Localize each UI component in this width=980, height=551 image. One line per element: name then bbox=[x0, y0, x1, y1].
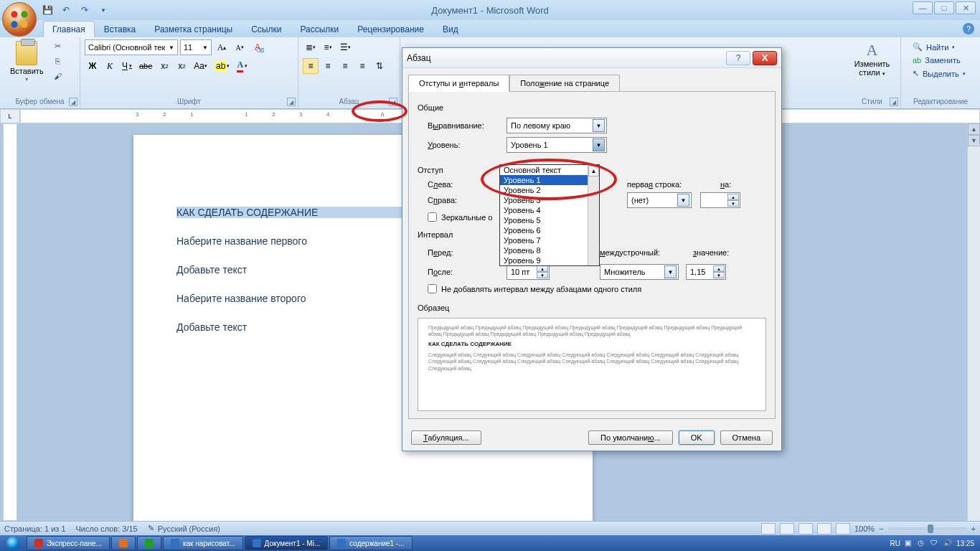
vertical-scrollbar[interactable]: ▲ ▼ bbox=[967, 123, 980, 521]
taskbar-item[interactable] bbox=[111, 536, 136, 550]
level-dropdown-list[interactable]: Основной текстУровень 1Уровень 2Уровень … bbox=[499, 164, 600, 266]
select-button[interactable]: ↖Выделить▾ bbox=[910, 67, 971, 80]
format-painter-icon[interactable]: 🖌 bbox=[51, 70, 65, 83]
taskbar-item[interactable] bbox=[137, 536, 161, 550]
grow-font-icon[interactable]: A▴ bbox=[214, 39, 230, 55]
alignment-combo[interactable]: По левому краю▼ bbox=[507, 118, 607, 133]
dialog-help-button[interactable]: ? bbox=[726, 51, 750, 65]
italic-button[interactable]: К bbox=[102, 58, 118, 74]
web-layout-view[interactable] bbox=[798, 523, 813, 534]
first-line-by-spin[interactable]: ▲▼ bbox=[700, 192, 740, 208]
highlight-button[interactable]: ab▾ bbox=[212, 58, 232, 74]
scroll-up-icon[interactable]: ▲ bbox=[968, 123, 980, 135]
tab-selector[interactable]: L bbox=[0, 109, 20, 123]
clock[interactable]: 13:25 bbox=[956, 540, 974, 547]
redo-icon[interactable]: ↷ bbox=[77, 3, 92, 17]
tabs-button[interactable]: Табуляция... bbox=[411, 430, 481, 445]
maximize-button[interactable]: □ bbox=[934, 1, 954, 14]
cancel-button[interactable]: Отмена bbox=[720, 430, 773, 445]
save-icon[interactable]: 💾 bbox=[40, 3, 55, 17]
full-screen-view[interactable] bbox=[780, 523, 794, 534]
start-button[interactable] bbox=[0, 535, 26, 551]
level-option[interactable]: Основной текст bbox=[500, 165, 599, 175]
qat-customize-icon[interactable]: ▼ bbox=[96, 3, 110, 17]
align-justify-button[interactable]: ≡ bbox=[354, 58, 370, 74]
line-spacing-button[interactable]: ⇅ bbox=[372, 58, 387, 74]
taskbar-item[interactable]: как нарисоват... bbox=[163, 536, 243, 550]
ok-button[interactable]: OK bbox=[679, 430, 715, 445]
change-styles-button[interactable]: A Изменить стили ▾ bbox=[848, 39, 896, 78]
taskbar-item[interactable]: Экспресс-пане... bbox=[27, 536, 110, 550]
copy-icon[interactable]: ⎘ bbox=[51, 55, 65, 67]
level-option[interactable]: Уровень 7 bbox=[500, 235, 599, 245]
office-button[interactable] bbox=[2, 2, 37, 37]
strike-button[interactable]: abe bbox=[136, 58, 155, 74]
bullets-button[interactable]: ≣▾ bbox=[303, 39, 319, 55]
tab-layout[interactable]: Разметка страницы bbox=[145, 21, 242, 37]
shrink-font-icon[interactable]: A▾ bbox=[232, 39, 248, 55]
close-button[interactable]: ✕ bbox=[956, 1, 976, 14]
tab-mailings[interactable]: Рассылки bbox=[291, 21, 348, 37]
dialog-titlebar[interactable]: Абзац ? X bbox=[402, 48, 781, 68]
tab-view[interactable]: Вид bbox=[433, 21, 468, 37]
align-left-button[interactable]: ≡ bbox=[303, 58, 319, 74]
level-option[interactable]: Уровень 3 bbox=[500, 195, 599, 205]
change-case-button[interactable]: Aa▾ bbox=[191, 58, 210, 74]
level-option[interactable]: Уровень 9 bbox=[500, 255, 599, 265]
outline-view[interactable] bbox=[817, 523, 831, 534]
print-layout-view[interactable] bbox=[761, 523, 776, 534]
align-center-button[interactable]: ≡ bbox=[320, 58, 336, 74]
language-indicator[interactable]: ✎Русский (Россия) bbox=[148, 524, 220, 533]
level-option[interactable]: Уровень 6 bbox=[500, 225, 599, 235]
minimize-button[interactable]: — bbox=[913, 1, 933, 14]
font-launcher[interactable]: ◢ bbox=[287, 98, 296, 106]
underline-button[interactable]: Ч▾ bbox=[119, 58, 135, 74]
multilevel-button[interactable]: ☰▾ bbox=[337, 39, 354, 55]
level-option[interactable]: Уровень 2 bbox=[500, 185, 599, 195]
volume-icon[interactable]: 🔊 bbox=[943, 539, 952, 547]
default-button[interactable]: По умолчанию... bbox=[588, 430, 673, 445]
zoom-slider[interactable] bbox=[888, 527, 967, 530]
level-option[interactable]: Уровень 4 bbox=[500, 205, 599, 215]
subscript-button[interactable]: x2 bbox=[156, 58, 172, 74]
scroll-up-icon[interactable]: ▲ bbox=[588, 165, 599, 176]
help-icon[interactable]: ? bbox=[963, 23, 974, 34]
word-count[interactable]: Число слов: 3/15 bbox=[76, 524, 138, 533]
dialog-tab-position[interactable]: Положение на странице bbox=[509, 75, 620, 92]
scroll-down-icon[interactable]: ▼ bbox=[968, 135, 980, 146]
page-indicator[interactable]: Страница: 1 из 1 bbox=[4, 524, 66, 533]
font-name-combo[interactable]: Calibri (Основной тек▼ bbox=[85, 39, 178, 55]
undo-icon[interactable]: ↶ bbox=[59, 3, 73, 17]
tray-icon[interactable]: 🛡 bbox=[930, 539, 939, 547]
zoom-percent[interactable]: 100% bbox=[854, 524, 875, 533]
numbering-button[interactable]: ≡▾ bbox=[320, 39, 336, 55]
clipboard-launcher[interactable]: ◢ bbox=[69, 98, 77, 106]
superscript-button[interactable]: x2 bbox=[174, 58, 189, 74]
font-color-button[interactable]: A▾ bbox=[234, 58, 250, 74]
draft-view[interactable] bbox=[836, 523, 850, 534]
tab-home[interactable]: Главная bbox=[43, 21, 95, 37]
tray-icon[interactable]: ▣ bbox=[905, 539, 913, 547]
tab-review[interactable]: Рецензирование bbox=[348, 21, 433, 37]
vertical-ruler[interactable] bbox=[3, 123, 17, 521]
replace-button[interactable]: abЗаменить bbox=[910, 55, 971, 66]
taskbar-item[interactable]: содержание1 -... bbox=[329, 536, 412, 550]
dialog-close-button[interactable]: X bbox=[753, 51, 777, 65]
paste-button[interactable]: Вставить ▼ bbox=[4, 39, 50, 83]
align-right-button[interactable]: ≡ bbox=[337, 58, 353, 74]
no-space-checkbox[interactable]: Не добавлять интервал между абзацами одн… bbox=[428, 284, 766, 293]
line-spacing-combo[interactable]: Множитель▼ bbox=[600, 264, 679, 280]
find-button[interactable]: 🔍Найти▾ bbox=[910, 41, 971, 53]
after-spin[interactable]: 10 пт▲▼ bbox=[507, 264, 550, 280]
level-combo[interactable]: Уровень 1▼ bbox=[507, 137, 607, 153]
tray-icon[interactable]: ◷ bbox=[918, 539, 926, 547]
tab-references[interactable]: Ссылки bbox=[242, 21, 291, 37]
cut-icon[interactable]: ✂ bbox=[51, 39, 65, 52]
dialog-tab-indents[interactable]: Отступы и интервалы bbox=[408, 75, 509, 92]
font-size-combo[interactable]: 11▼ bbox=[180, 39, 212, 55]
styles-launcher[interactable]: ◢ bbox=[890, 98, 898, 106]
bold-button[interactable]: Ж bbox=[85, 58, 100, 74]
level-option[interactable]: Уровень 1 bbox=[500, 175, 599, 185]
tab-insert[interactable]: Вставка bbox=[95, 21, 146, 37]
zoom-out-button[interactable]: − bbox=[879, 524, 883, 533]
